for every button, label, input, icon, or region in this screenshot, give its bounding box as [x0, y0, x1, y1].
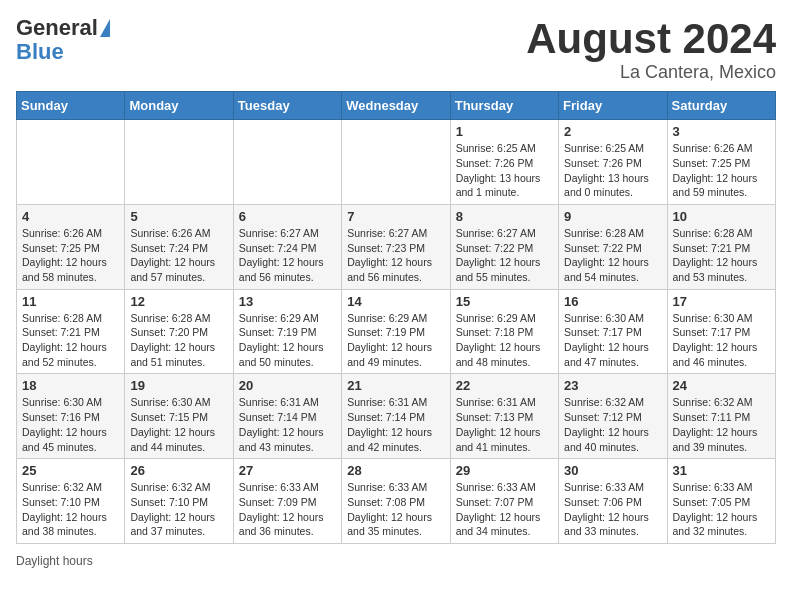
day-info: Sunrise: 6:30 AMSunset: 7:16 PMDaylight:…	[22, 395, 119, 454]
day-info: Sunrise: 6:26 AMSunset: 7:25 PMDaylight:…	[673, 141, 770, 200]
calendar-week-row: 25Sunrise: 6:32 AMSunset: 7:10 PMDayligh…	[17, 459, 776, 544]
day-number: 11	[22, 294, 119, 309]
calendar-cell: 25Sunrise: 6:32 AMSunset: 7:10 PMDayligh…	[17, 459, 125, 544]
calendar-cell: 31Sunrise: 6:33 AMSunset: 7:05 PMDayligh…	[667, 459, 775, 544]
day-number: 21	[347, 378, 444, 393]
day-info: Sunrise: 6:33 AMSunset: 7:05 PMDaylight:…	[673, 480, 770, 539]
day-info: Sunrise: 6:28 AMSunset: 7:21 PMDaylight:…	[673, 226, 770, 285]
calendar-cell: 26Sunrise: 6:32 AMSunset: 7:10 PMDayligh…	[125, 459, 233, 544]
day-info: Sunrise: 6:27 AMSunset: 7:23 PMDaylight:…	[347, 226, 444, 285]
day-info: Sunrise: 6:30 AMSunset: 7:17 PMDaylight:…	[673, 311, 770, 370]
weekday-header-saturday: Saturday	[667, 92, 775, 120]
day-info: Sunrise: 6:32 AMSunset: 7:12 PMDaylight:…	[564, 395, 661, 454]
day-number: 7	[347, 209, 444, 224]
calendar-cell: 27Sunrise: 6:33 AMSunset: 7:09 PMDayligh…	[233, 459, 341, 544]
calendar-cell: 14Sunrise: 6:29 AMSunset: 7:19 PMDayligh…	[342, 289, 450, 374]
day-info: Sunrise: 6:33 AMSunset: 7:06 PMDaylight:…	[564, 480, 661, 539]
day-info: Sunrise: 6:31 AMSunset: 7:14 PMDaylight:…	[347, 395, 444, 454]
calendar-cell: 12Sunrise: 6:28 AMSunset: 7:20 PMDayligh…	[125, 289, 233, 374]
day-info: Sunrise: 6:33 AMSunset: 7:09 PMDaylight:…	[239, 480, 336, 539]
day-info: Sunrise: 6:28 AMSunset: 7:21 PMDaylight:…	[22, 311, 119, 370]
day-number: 23	[564, 378, 661, 393]
calendar-week-row: 4Sunrise: 6:26 AMSunset: 7:25 PMDaylight…	[17, 204, 776, 289]
logo-blue-text: Blue	[16, 39, 64, 64]
calendar-cell	[17, 120, 125, 205]
calendar-cell: 22Sunrise: 6:31 AMSunset: 7:13 PMDayligh…	[450, 374, 558, 459]
calendar-week-row: 18Sunrise: 6:30 AMSunset: 7:16 PMDayligh…	[17, 374, 776, 459]
calendar-cell	[125, 120, 233, 205]
calendar-cell: 17Sunrise: 6:30 AMSunset: 7:17 PMDayligh…	[667, 289, 775, 374]
calendar-cell: 8Sunrise: 6:27 AMSunset: 7:22 PMDaylight…	[450, 204, 558, 289]
logo-general-text: General	[16, 16, 98, 40]
day-number: 28	[347, 463, 444, 478]
day-info: Sunrise: 6:28 AMSunset: 7:22 PMDaylight:…	[564, 226, 661, 285]
logo-triangle-icon	[100, 19, 110, 37]
day-number: 19	[130, 378, 227, 393]
calendar-cell: 5Sunrise: 6:26 AMSunset: 7:24 PMDaylight…	[125, 204, 233, 289]
day-number: 22	[456, 378, 553, 393]
day-number: 14	[347, 294, 444, 309]
calendar-header: SundayMondayTuesdayWednesdayThursdayFrid…	[17, 92, 776, 120]
weekday-header-sunday: Sunday	[17, 92, 125, 120]
day-number: 15	[456, 294, 553, 309]
day-info: Sunrise: 6:33 AMSunset: 7:08 PMDaylight:…	[347, 480, 444, 539]
day-number: 26	[130, 463, 227, 478]
day-number: 27	[239, 463, 336, 478]
calendar-cell: 15Sunrise: 6:29 AMSunset: 7:18 PMDayligh…	[450, 289, 558, 374]
calendar-cell: 9Sunrise: 6:28 AMSunset: 7:22 PMDaylight…	[559, 204, 667, 289]
calendar-table: SundayMondayTuesdayWednesdayThursdayFrid…	[16, 91, 776, 544]
calendar-cell	[342, 120, 450, 205]
day-info: Sunrise: 6:32 AMSunset: 7:10 PMDaylight:…	[22, 480, 119, 539]
day-info: Sunrise: 6:31 AMSunset: 7:14 PMDaylight:…	[239, 395, 336, 454]
calendar-cell: 29Sunrise: 6:33 AMSunset: 7:07 PMDayligh…	[450, 459, 558, 544]
calendar-cell: 28Sunrise: 6:33 AMSunset: 7:08 PMDayligh…	[342, 459, 450, 544]
day-number: 6	[239, 209, 336, 224]
day-info: Sunrise: 6:25 AMSunset: 7:26 PMDaylight:…	[456, 141, 553, 200]
day-info: Sunrise: 6:26 AMSunset: 7:25 PMDaylight:…	[22, 226, 119, 285]
day-number: 17	[673, 294, 770, 309]
calendar-month-year: August 2024	[526, 16, 776, 62]
calendar-week-row: 11Sunrise: 6:28 AMSunset: 7:21 PMDayligh…	[17, 289, 776, 374]
calendar-cell: 7Sunrise: 6:27 AMSunset: 7:23 PMDaylight…	[342, 204, 450, 289]
day-info: Sunrise: 6:27 AMSunset: 7:24 PMDaylight:…	[239, 226, 336, 285]
day-number: 1	[456, 124, 553, 139]
day-number: 30	[564, 463, 661, 478]
calendar-cell: 6Sunrise: 6:27 AMSunset: 7:24 PMDaylight…	[233, 204, 341, 289]
calendar-cell: 21Sunrise: 6:31 AMSunset: 7:14 PMDayligh…	[342, 374, 450, 459]
calendar-cell: 20Sunrise: 6:31 AMSunset: 7:14 PMDayligh…	[233, 374, 341, 459]
calendar-cell: 2Sunrise: 6:25 AMSunset: 7:26 PMDaylight…	[559, 120, 667, 205]
weekday-header-thursday: Thursday	[450, 92, 558, 120]
day-number: 4	[22, 209, 119, 224]
day-info: Sunrise: 6:25 AMSunset: 7:26 PMDaylight:…	[564, 141, 661, 200]
day-number: 24	[673, 378, 770, 393]
weekday-header-row: SundayMondayTuesdayWednesdayThursdayFrid…	[17, 92, 776, 120]
day-info: Sunrise: 6:29 AMSunset: 7:19 PMDaylight:…	[347, 311, 444, 370]
weekday-header-wednesday: Wednesday	[342, 92, 450, 120]
calendar-cell: 13Sunrise: 6:29 AMSunset: 7:19 PMDayligh…	[233, 289, 341, 374]
day-number: 10	[673, 209, 770, 224]
day-info: Sunrise: 6:31 AMSunset: 7:13 PMDaylight:…	[456, 395, 553, 454]
calendar-location: La Cantera, Mexico	[526, 62, 776, 83]
calendar-cell: 19Sunrise: 6:30 AMSunset: 7:15 PMDayligh…	[125, 374, 233, 459]
calendar-cell: 16Sunrise: 6:30 AMSunset: 7:17 PMDayligh…	[559, 289, 667, 374]
day-info: Sunrise: 6:26 AMSunset: 7:24 PMDaylight:…	[130, 226, 227, 285]
calendar-cell	[233, 120, 341, 205]
weekday-header-monday: Monday	[125, 92, 233, 120]
calendar-cell: 10Sunrise: 6:28 AMSunset: 7:21 PMDayligh…	[667, 204, 775, 289]
day-number: 20	[239, 378, 336, 393]
page-header: General Blue August 2024 La Cantera, Mex…	[16, 16, 776, 83]
day-info: Sunrise: 6:32 AMSunset: 7:11 PMDaylight:…	[673, 395, 770, 454]
calendar-cell: 4Sunrise: 6:26 AMSunset: 7:25 PMDaylight…	[17, 204, 125, 289]
day-info: Sunrise: 6:28 AMSunset: 7:20 PMDaylight:…	[130, 311, 227, 370]
day-number: 31	[673, 463, 770, 478]
day-number: 12	[130, 294, 227, 309]
day-number: 3	[673, 124, 770, 139]
day-info: Sunrise: 6:32 AMSunset: 7:10 PMDaylight:…	[130, 480, 227, 539]
weekday-header-friday: Friday	[559, 92, 667, 120]
day-number: 13	[239, 294, 336, 309]
day-info: Sunrise: 6:33 AMSunset: 7:07 PMDaylight:…	[456, 480, 553, 539]
calendar-cell: 30Sunrise: 6:33 AMSunset: 7:06 PMDayligh…	[559, 459, 667, 544]
day-number: 9	[564, 209, 661, 224]
day-info: Sunrise: 6:30 AMSunset: 7:17 PMDaylight:…	[564, 311, 661, 370]
day-info: Sunrise: 6:29 AMSunset: 7:18 PMDaylight:…	[456, 311, 553, 370]
